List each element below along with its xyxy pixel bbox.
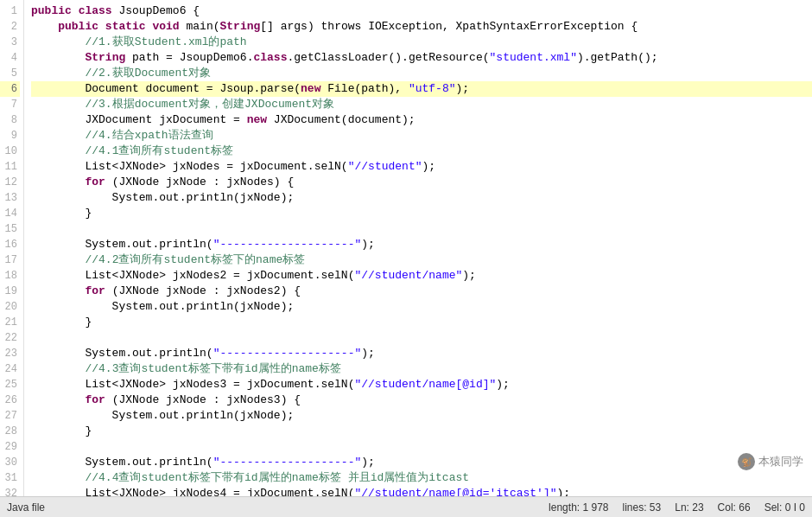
line-number: 31 <box>0 470 20 486</box>
line-number: 7 <box>0 97 20 112</box>
position-info: Ln: 23 <box>675 501 703 514</box>
line-number: 24 <box>0 361 20 377</box>
code-line: String path = JsoupDemo6.class.getClassL… <box>31 50 812 66</box>
status-bar: Java file length: 1 978 lines: 53 Ln: 23… <box>0 496 812 517</box>
line-number: 16 <box>0 237 20 252</box>
status-right: length: 1 978 lines: 53 Ln: 23 Col: 66 S… <box>549 501 805 514</box>
line-number: 10 <box>0 144 20 159</box>
code-line: for (JXNode jxNode : jxNodes2) { <box>31 284 812 299</box>
code-line: Document document = Jsoup.parse(new File… <box>31 81 812 97</box>
status-left: Java file <box>7 501 549 514</box>
code-line: //4.2查询所有student标签下的name标签 <box>31 252 812 268</box>
code-line: //4.3查询student标签下带有id属性的name标签 <box>31 361 812 377</box>
line-number: 29 <box>0 439 20 455</box>
code-line <box>31 439 812 455</box>
code-line: List<JXNode> jxNodes4 = jxDocument.selN(… <box>31 486 812 496</box>
watermark-text: 本猿同学 <box>758 454 803 469</box>
line-number: 11 <box>0 159 20 175</box>
column-info: Col: 66 <box>718 501 751 514</box>
code-line: List<JXNode> jxNodes2 = jxDocument.selN(… <box>31 268 812 284</box>
line-number: 3 <box>0 35 20 50</box>
code-line: List<JXNode> jxNodes3 = jxDocument.selN(… <box>31 377 812 393</box>
line-number: 14 <box>0 206 20 221</box>
lines-info: lines: 53 <box>623 501 662 514</box>
code-line: public class JsoupDemo6 { <box>31 3 812 19</box>
line-numbers: 1234567891011121314151617181920212223242… <box>0 0 24 496</box>
line-number: 15 <box>0 221 20 237</box>
line-number: 2 <box>0 19 20 35</box>
code-line <box>31 221 812 237</box>
line-number: 30 <box>0 455 20 470</box>
code-line: System.out.println("--------------------… <box>31 346 812 361</box>
line-number: 18 <box>0 268 20 284</box>
code-line: //1.获取Student.xml的path <box>31 35 812 50</box>
code-line: } <box>31 206 812 221</box>
code-line: for (JXNode jxNode : jxNodes) { <box>31 175 812 190</box>
watermark: 🐒 本猿同学 <box>738 453 803 470</box>
code-line: //4.1查询所有student标签 <box>31 144 812 159</box>
line-number: 27 <box>0 408 20 424</box>
line-number: 19 <box>0 284 20 299</box>
code-line: for (JXNode jxNode : jxNodes3) { <box>31 393 812 408</box>
line-number: 22 <box>0 330 20 346</box>
code-line: } <box>31 315 812 330</box>
file-type: Java file <box>7 501 45 514</box>
line-number: 20 <box>0 299 20 315</box>
code-line: List<JXNode> jxNodes = jxDocument.selN("… <box>31 159 812 175</box>
line-number: 17 <box>0 252 20 268</box>
line-number: 23 <box>0 346 20 361</box>
length-info: length: 1 978 <box>549 501 608 514</box>
code-area: 1234567891011121314151617181920212223242… <box>0 0 812 496</box>
line-number: 5 <box>0 66 20 81</box>
line-number: 25 <box>0 377 20 393</box>
line-number: 13 <box>0 190 20 206</box>
code-content[interactable]: public class JsoupDemo6 { public static … <box>24 0 812 496</box>
code-line: //4.4查询student标签下带有id属性的name标签 并且id属性值为i… <box>31 470 812 486</box>
code-line: //2.获取Document对象 <box>31 66 812 81</box>
line-number: 6 <box>0 81 20 97</box>
code-line <box>31 330 812 346</box>
line-number: 12 <box>0 175 20 190</box>
code-line: System.out.println("--------------------… <box>31 455 812 470</box>
code-line: JXDocument jxDocument = new JXDocument(d… <box>31 112 812 128</box>
code-line: public static void main(String[] args) t… <box>31 19 812 35</box>
line-number: 26 <box>0 393 20 408</box>
code-line: System.out.println(jxNode); <box>31 299 812 315</box>
code-line: System.out.println("--------------------… <box>31 237 812 252</box>
line-number: 32 <box>0 486 20 496</box>
code-line: System.out.println(jxNode); <box>31 408 812 424</box>
line-number: 8 <box>0 112 20 128</box>
code-line: } <box>31 424 812 439</box>
line-number: 28 <box>0 424 20 439</box>
code-line: //3.根据document对象，创建JXDocument对象 <box>31 97 812 112</box>
code-line: System.out.println(jxNode); <box>31 190 812 206</box>
code-line: //4.结合xpath语法查询 <box>31 128 812 144</box>
line-number: 1 <box>0 3 20 19</box>
selection-info: Sel: 0 I 0 <box>764 501 805 514</box>
line-number: 4 <box>0 50 20 66</box>
line-number: 21 <box>0 315 20 330</box>
watermark-icon: 🐒 <box>738 453 755 470</box>
editor-container: 1234567891011121314151617181920212223242… <box>0 0 812 496</box>
line-number: 9 <box>0 128 20 144</box>
